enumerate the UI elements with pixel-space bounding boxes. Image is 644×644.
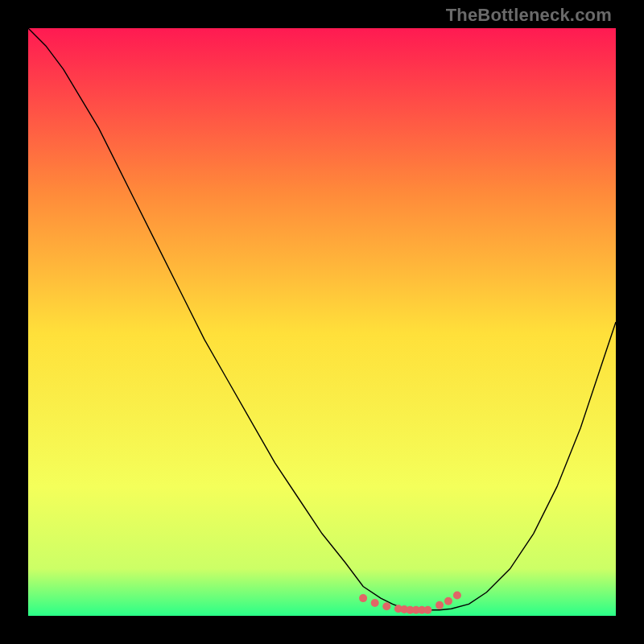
highlight-dot — [371, 599, 379, 607]
gradient-background — [28, 28, 616, 616]
chart-frame: TheBottleneck.com — [0, 0, 644, 644]
highlight-dot — [453, 591, 461, 599]
chart-svg — [28, 28, 616, 616]
plot-area — [28, 28, 616, 616]
highlight-dot — [382, 602, 390, 610]
highlight-dot — [444, 597, 452, 605]
watermark-label: TheBottleneck.com — [446, 5, 612, 26]
highlight-dot — [423, 606, 431, 614]
highlight-dot — [359, 594, 367, 602]
highlight-dot — [436, 601, 444, 609]
